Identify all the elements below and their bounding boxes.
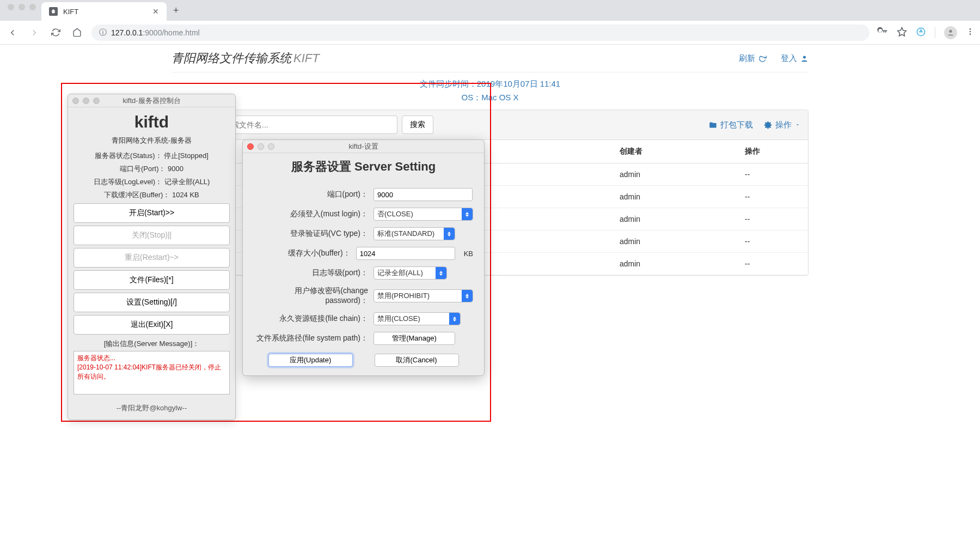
cell-action: -- <box>737 163 808 186</box>
tab-favicon-icon <box>49 7 58 16</box>
forward-button[interactable] <box>27 26 41 40</box>
svg-point-5 <box>803 56 806 58</box>
console-titlebar[interactable]: kiftd-服务器控制台 <box>68 94 235 107</box>
port-line: 端口号(Port)： 9000 <box>74 164 230 174</box>
profile-avatar[interactable] <box>944 26 957 39</box>
cell-creator: admin <box>612 163 737 186</box>
new-tab-button[interactable]: + <box>167 5 186 16</box>
traffic-zoom[interactable] <box>29 4 36 10</box>
page-header: 青阳网络文件传输系统KIFT 刷新 登入 <box>171 50 808 72</box>
loglevel-select[interactable]: 记录全部(ALL) <box>373 266 447 276</box>
buffer-label: 缓存大小(buffer)： <box>254 248 351 258</box>
refresh-link[interactable]: 刷新 <box>739 53 767 64</box>
files-button[interactable]: 文件(Files)[*] <box>74 270 230 276</box>
tab-close-icon[interactable]: ✕ <box>152 7 159 16</box>
buffer-input[interactable] <box>356 247 455 260</box>
action-dropdown[interactable]: 操作 <box>764 120 800 130</box>
cell-action: -- <box>737 186 808 208</box>
buffer-line: 下载缓冲区(Buffer)： 1024 KB <box>74 190 230 200</box>
mustlogin-label: 必须登入(must login)： <box>254 209 368 219</box>
toolbar-right <box>877 26 975 39</box>
browser-toolbar: ⓘ 127.0.0.1:9000/home.html <box>0 21 980 45</box>
console-subtitle: 青阳网络文件系统-服务器 <box>74 136 230 145</box>
back-button[interactable] <box>5 26 20 40</box>
port-input[interactable] <box>373 188 473 201</box>
th-action: 操作 <box>737 140 808 163</box>
browser-tab[interactable]: KIFT ✕ <box>41 2 167 21</box>
vctype-label: 登录验证码(VC type)： <box>254 229 368 239</box>
svg-point-4 <box>970 33 971 35</box>
settings-window: kiftd-设置 服务器设置 Server Setting 端口(port)： … <box>242 139 485 276</box>
stop-button[interactable]: 关闭(Stop)|| <box>74 226 230 245</box>
chevron-updown-icon <box>436 267 446 276</box>
chevron-updown-icon <box>462 208 473 220</box>
svg-point-3 <box>970 31 971 33</box>
extension-icon[interactable] <box>916 27 926 39</box>
search-button[interactable]: 搜索 <box>402 116 433 134</box>
log-line: 日志等级(LogLevel)： 记录全部(ALL) <box>74 177 230 187</box>
star-icon[interactable] <box>897 27 907 39</box>
key-icon[interactable] <box>877 26 888 39</box>
home-button[interactable] <box>70 26 84 39</box>
mustlogin-select[interactable]: 否(CLOSE) <box>373 208 473 221</box>
start-button[interactable]: 开启(Start)>> <box>74 203 230 223</box>
os-info: OS：Mac OS X <box>171 93 808 110</box>
site-info-icon[interactable]: ⓘ <box>99 28 107 38</box>
loglevel-label: 日志等级(port)： <box>254 268 368 276</box>
traffic-minimize[interactable] <box>19 4 25 10</box>
brand-title: 青阳网络文件传输系统KIFT <box>171 50 320 66</box>
sync-time: 文件同步时间：2019年10月07日 11:41 <box>171 72 808 93</box>
settings-heading: 服务器设置 Server Setting <box>243 153 484 179</box>
reload-button[interactable] <box>49 26 63 39</box>
port-label: 端口(port)： <box>254 190 368 199</box>
url-text: 127.0.0.1:9000/home.html <box>111 28 200 37</box>
menu-icon[interactable] <box>966 27 975 38</box>
console-title: kiftd-服务器控制台 <box>68 96 235 106</box>
cell-creator: admin <box>612 208 737 230</box>
cell-action: -- <box>737 208 808 230</box>
address-bar[interactable]: ⓘ 127.0.0.1:9000/home.html <box>91 25 869 41</box>
settings-window-title: kiftd-设置 <box>243 142 484 151</box>
download-all-button[interactable]: 打包下载 <box>709 120 753 130</box>
tab-title: KIFT <box>63 8 147 16</box>
buffer-unit: KB <box>464 250 473 258</box>
settings-titlebar[interactable]: kiftd-设置 <box>243 140 484 153</box>
cell-action: -- <box>737 253 808 275</box>
separator <box>935 27 935 38</box>
cell-creator: admin <box>612 230 737 253</box>
th-creator: 创建者 <box>612 140 737 163</box>
window-traffic-lights <box>5 4 41 17</box>
kiftd-console-window: kiftd-服务器控制台 kiftd 青阳网络文件系统-服务器 服务器状态(St… <box>68 94 236 276</box>
cell-creator: admin <box>612 253 737 275</box>
restart-button[interactable]: 重启(Restart)~> <box>74 248 230 268</box>
vctype-select[interactable]: 标准(STANDARD) <box>373 227 455 240</box>
svg-point-2 <box>970 28 971 30</box>
chevron-updown-icon <box>444 228 455 240</box>
status-line: 服务器状态(Status)： 停止[Stopped] <box>74 151 230 161</box>
browser-tabstrip: KIFT ✕ + <box>0 0 980 21</box>
console-logo: kiftd <box>74 113 230 131</box>
cell-creator: admin <box>612 186 737 208</box>
traffic-close[interactable] <box>8 4 14 10</box>
svg-point-1 <box>949 29 952 32</box>
cell-action: -- <box>737 230 808 253</box>
login-link[interactable]: 登入 <box>781 53 808 64</box>
